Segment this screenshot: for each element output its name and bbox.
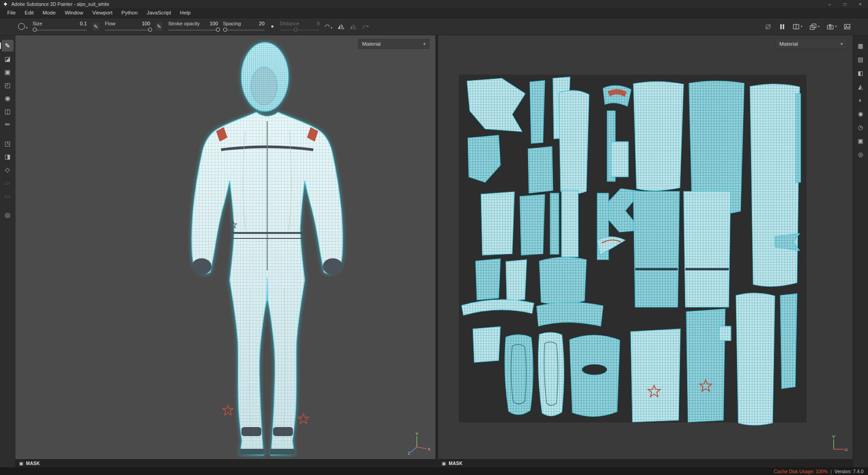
tool-material-picker[interactable]: ✏ (2, 119, 14, 130)
distance-toggle-icon[interactable] (269, 25, 275, 28)
panel-history[interactable]: ◷ (855, 121, 867, 133)
size-slider[interactable] (33, 28, 87, 33)
stroke-opacity-slider-handle[interactable] (216, 28, 220, 32)
mask-label: MASK (26, 461, 40, 466)
camera-button[interactable]: ▾ (826, 23, 837, 30)
pause-engine-button[interactable] (778, 23, 786, 30)
maximize-button[interactable]: □ (837, 0, 853, 8)
menu-viewport[interactable]: Viewport (88, 8, 117, 18)
main-area: ✎ ◪ ▣ ◰ ◉ ◫ ✏ ◳ ◨ ◇ ▱ ▭ ◎ (0, 35, 868, 467)
particles-icon: ▱ (5, 179, 10, 186)
material-mode-select-2d[interactable]: Material ▾ (775, 39, 847, 49)
menu-mode[interactable]: Mode (38, 8, 60, 18)
tool-smart-material[interactable]: ◇ (2, 164, 14, 176)
spacing-value[interactable]: 20 (259, 21, 264, 26)
symmetry-icon (337, 24, 344, 30)
chevron-down-icon: ▾ (26, 26, 28, 30)
flow-slider-handle[interactable] (148, 28, 152, 32)
size-slider-group: Size 0.1 (33, 20, 87, 33)
lazy-mouse-icon (362, 24, 369, 30)
tool-strip: ✎ ◪ ▣ ◰ ◉ ◫ ✏ ◳ ◨ ◇ ▱ ▭ ◎ (0, 35, 15, 467)
mask-label: MASK (448, 461, 462, 466)
spacing-slider-handle[interactable] (223, 28, 227, 32)
flow-pen-pressure-toggle[interactable]: ✎ (92, 22, 100, 32)
flow-slider[interactable] (105, 28, 150, 33)
menu-file[interactable]: File (3, 8, 20, 18)
viewport-2d[interactable]: Material ▾ V U ▣ MASK (438, 35, 853, 467)
chevron-down-icon: ▾ (801, 25, 802, 28)
stroke-opacity-value[interactable]: 100 (210, 21, 218, 26)
overlay-visibility-button[interactable] (764, 23, 772, 30)
mask-bar-3d[interactable]: ▣ MASK (15, 459, 435, 467)
opacity-pen-pressure-toggle[interactable]: ✎ (155, 22, 163, 32)
export-icon: ◳ (5, 140, 10, 147)
panel-texture-set-list[interactable]: ▦ (855, 40, 867, 52)
screenshot-button[interactable] (844, 23, 851, 30)
menu-edit[interactable]: Edit (20, 8, 38, 18)
distance-label: Distance (280, 21, 299, 26)
texture-set-list-icon: ▦ (858, 43, 863, 49)
tool-paint[interactable]: ✎ (2, 40, 14, 52)
viewport-3d-canvas[interactable] (15, 35, 435, 459)
axis-z-label: Z (408, 451, 410, 456)
tool-smudge[interactable]: ◉ (2, 92, 14, 104)
projection-icon: ▣ (5, 68, 10, 76)
shading-mode-button[interactable]: ▾ (809, 23, 820, 30)
panel-layers[interactable]: ▤ (855, 53, 867, 65)
cache-disk-usage: Cache Disk Usage: 100% (774, 469, 828, 474)
tool-projection[interactable]: ▣ (2, 66, 14, 78)
menu-window[interactable]: Window (60, 8, 88, 18)
tool-export[interactable]: ◳ (2, 138, 14, 149)
panel-display-settings[interactable]: ◐ (855, 94, 867, 106)
brush-preview-button[interactable]: ▾ (18, 23, 28, 30)
spacing-slider[interactable] (223, 28, 264, 33)
geometry-mask-icon: ◨ (5, 153, 10, 160)
shader-settings-icon: ◭ (859, 83, 863, 90)
tool-polygon-fill[interactable]: ◰ (2, 79, 14, 91)
menu-python[interactable]: Python (117, 8, 142, 18)
axis-x-label: X (428, 447, 430, 451)
minimize-button[interactable]: – (822, 0, 837, 8)
size-slider-handle[interactable] (33, 28, 37, 32)
axis-gizmo-2d: V U (827, 434, 848, 456)
menu-javascript[interactable]: JavaScript (142, 8, 175, 18)
tool-effects[interactable]: ◎ (2, 209, 14, 221)
chevron-down-icon: ▾ (330, 26, 332, 30)
panel-properties[interactable]: ◎ (855, 148, 867, 160)
panel-viewer-settings[interactable]: ◉ (855, 108, 867, 119)
falloff-curve-icon: ◠ (325, 23, 330, 30)
smart-material-icon: ◇ (5, 166, 10, 173)
distance-slider-group: Distance 8 (280, 20, 320, 33)
material-mode-select-3d[interactable]: Material ▾ (358, 39, 429, 49)
split-view-icon (793, 23, 800, 30)
size-value[interactable]: 0.1 (80, 21, 87, 26)
symmetry-button[interactable] (337, 24, 344, 30)
tool-eraser[interactable]: ◪ (2, 53, 14, 65)
material-stack-icon (809, 23, 817, 30)
panel-log[interactable]: ▣ (855, 135, 867, 147)
distance-slider-handle (294, 28, 298, 32)
flow-value[interactable]: 100 (142, 21, 150, 26)
symmetry-plane-icon: ▭ (5, 192, 10, 200)
stroke-opacity-slider-group: Stroke opacity 100 (168, 20, 218, 33)
tool-geometry-mask[interactable]: ◨ (2, 151, 14, 162)
clone-stamp-icon: ◫ (5, 108, 10, 115)
mask-toggle-icon[interactable]: ▣ (19, 461, 23, 466)
viewport-2d-canvas[interactable] (438, 35, 853, 459)
menu-help[interactable]: Help (175, 8, 195, 18)
viewport-layout-button[interactable]: ▾ (793, 23, 802, 30)
viewport-3d[interactable]: Material ▾ Y X Z ▣ MASK (15, 35, 435, 467)
spacing-slider-group: Spacing 20 (223, 20, 264, 33)
flow-label: Flow (105, 21, 115, 26)
stroke-opacity-slider[interactable] (168, 28, 218, 33)
panel-texture-set-settings[interactable]: ◧ (855, 67, 867, 79)
mask-bar-2d[interactable]: ▣ MASK (438, 459, 853, 467)
layers-icon: ▤ (858, 56, 863, 63)
close-button[interactable]: × (853, 0, 868, 8)
chevron-down-icon: ▾ (840, 42, 843, 46)
falloff-curve-button[interactable]: ◠ ▾ (325, 23, 332, 30)
texture-set-settings-icon: ◧ (858, 70, 863, 76)
tool-clone[interactable]: ◫ (2, 105, 14, 117)
mask-toggle-icon[interactable]: ▣ (442, 461, 446, 466)
panel-shader-settings[interactable]: ◭ (855, 81, 867, 92)
